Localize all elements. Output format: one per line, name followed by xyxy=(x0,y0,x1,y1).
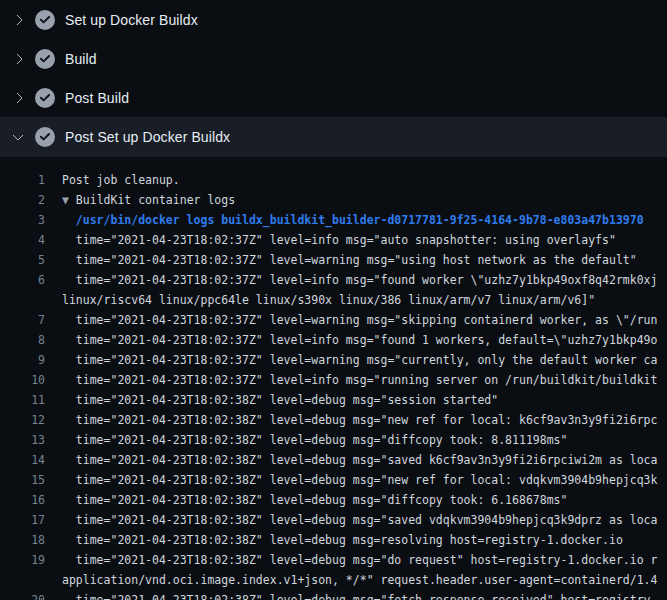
log-line-text[interactable]: ▼ BuildKit container logs xyxy=(62,193,235,207)
chevron-right-icon xyxy=(13,15,23,25)
log-line-text: Post job cleanup. xyxy=(62,173,180,187)
step-title: Set up Docker Buildx xyxy=(65,12,198,28)
log-line-text: time="2021-04-23T18:02:38Z" level=debug … xyxy=(62,493,567,507)
log-line: 1 Post job cleanup. xyxy=(0,170,667,190)
log-line: application/vnd.oci.image.index.v1+json,… xyxy=(0,570,667,590)
log-line: 16 time="2021-04-23T18:02:38Z" level=deb… xyxy=(0,490,667,510)
line-number[interactable]: 13 xyxy=(0,433,45,447)
log-panel: 1 Post job cleanup. 2 ▼ BuildKit contain… xyxy=(0,157,667,600)
line-number[interactable]: 1 xyxy=(0,173,45,187)
log-line-text: time="2021-04-23T18:02:38Z" level=debug … xyxy=(62,453,657,467)
log-line: 9 time="2021-04-23T18:02:37Z" level=warn… xyxy=(0,350,667,370)
log-line-text: time="2021-04-23T18:02:37Z" level=info m… xyxy=(62,233,616,247)
log-line: 11 time="2021-04-23T18:02:38Z" level=deb… xyxy=(0,390,667,410)
line-number[interactable]: 15 xyxy=(0,473,45,487)
log-line-text: time="2021-04-23T18:02:37Z" level=warnin… xyxy=(62,353,657,367)
log-line-text: time="2021-04-23T18:02:38Z" level=debug … xyxy=(62,593,657,600)
check-circle-icon xyxy=(35,127,55,147)
log-line-text: time="2021-04-23T18:02:38Z" level=debug … xyxy=(62,553,657,567)
step-list: Set up Docker Buildx Build Post Build Po… xyxy=(0,0,667,157)
log-line-text: /usr/bin/docker logs buildx_buildkit_bui… xyxy=(62,213,644,227)
chevron-right-icon xyxy=(13,93,23,103)
log-line: linux/riscv64 linux/ppc64le linux/s390x … xyxy=(0,290,667,310)
log-line: 10 time="2021-04-23T18:02:37Z" level=inf… xyxy=(0,370,667,390)
job-log-viewer: Set up Docker Buildx Build Post Build Po… xyxy=(0,0,667,600)
step-header-post-build[interactable]: Post Build xyxy=(0,78,667,117)
log-line-text: time="2021-04-23T18:02:37Z" level=info m… xyxy=(62,373,657,387)
log-line-text: linux/riscv64 linux/ppc64le linux/s390x … xyxy=(62,293,595,307)
log-line-text: time="2021-04-23T18:02:37Z" level=warnin… xyxy=(62,313,657,327)
step-title: Post Set up Docker Buildx xyxy=(65,129,230,145)
line-number[interactable]: 2 xyxy=(0,193,45,207)
log-line: 6 time="2021-04-23T18:02:37Z" level=info… xyxy=(0,270,667,290)
log-line: 4 time="2021-04-23T18:02:37Z" level=info… xyxy=(0,230,667,250)
line-number[interactable]: 4 xyxy=(0,233,45,247)
line-number[interactable]: 11 xyxy=(0,393,45,407)
line-number[interactable]: 7 xyxy=(0,313,45,327)
line-number[interactable]: 14 xyxy=(0,453,45,467)
line-number[interactable]: 9 xyxy=(0,353,45,367)
chevron-down-icon xyxy=(13,132,23,142)
check-circle-icon xyxy=(35,88,55,108)
log-line-text: application/vnd.oci.image.index.v1+json,… xyxy=(62,573,657,587)
log-line-text: time="2021-04-23T18:02:38Z" level=debug … xyxy=(62,433,567,447)
line-number[interactable]: 5 xyxy=(0,253,45,267)
log-group-header-line: 2 ▼ BuildKit container logs xyxy=(0,190,667,210)
log-line-text: time="2021-04-23T18:02:38Z" level=debug … xyxy=(62,473,657,487)
line-number[interactable]: 17 xyxy=(0,513,45,527)
log-line: 12 time="2021-04-23T18:02:38Z" level=deb… xyxy=(0,410,667,430)
log-line: 14 time="2021-04-23T18:02:38Z" level=deb… xyxy=(0,450,667,470)
line-number[interactable]: 12 xyxy=(0,413,45,427)
log-line-text: time="2021-04-23T18:02:38Z" level=debug … xyxy=(62,533,623,547)
log-line-text: time="2021-04-23T18:02:38Z" level=debug … xyxy=(62,513,657,527)
log-line-text: time="2021-04-23T18:02:37Z" level=info m… xyxy=(62,273,657,287)
log-line: 17 time="2021-04-23T18:02:38Z" level=deb… xyxy=(0,510,667,530)
line-number[interactable]: 10 xyxy=(0,373,45,387)
log-command-line: 3 /usr/bin/docker logs buildx_buildkit_b… xyxy=(0,210,667,230)
log-line: 13 time="2021-04-23T18:02:38Z" level=deb… xyxy=(0,430,667,450)
step-title: Build xyxy=(65,51,97,67)
line-number[interactable]: 16 xyxy=(0,493,45,507)
log-line-text: time="2021-04-23T18:02:38Z" level=debug … xyxy=(62,393,498,407)
step-header-build[interactable]: Build xyxy=(0,39,667,78)
log-line-text: time="2021-04-23T18:02:37Z" level=info m… xyxy=(62,333,657,347)
line-number[interactable]: 20 xyxy=(0,593,45,600)
log-line: 20 time="2021-04-23T18:02:38Z" level=deb… xyxy=(0,590,667,600)
line-number[interactable]: 19 xyxy=(0,553,45,567)
log-line-text: time="2021-04-23T18:02:38Z" level=debug … xyxy=(62,413,657,427)
chevron-right-icon xyxy=(13,54,23,64)
log-line-text: time="2021-04-23T18:02:37Z" level=warnin… xyxy=(62,253,637,267)
check-circle-icon xyxy=(35,49,55,69)
log-line: 5 time="2021-04-23T18:02:37Z" level=warn… xyxy=(0,250,667,270)
step-header-post-set-up-docker-buildx[interactable]: Post Set up Docker Buildx xyxy=(0,117,667,157)
check-circle-icon xyxy=(35,10,55,30)
step-title: Post Build xyxy=(65,90,129,106)
step-header-set-up-docker-buildx[interactable]: Set up Docker Buildx xyxy=(0,0,667,39)
line-number[interactable]: 3 xyxy=(0,213,45,227)
log-line: 18 time="2021-04-23T18:02:38Z" level=deb… xyxy=(0,530,667,550)
line-number[interactable]: 8 xyxy=(0,333,45,347)
line-number[interactable]: 18 xyxy=(0,533,45,547)
log-line: 19 time="2021-04-23T18:02:38Z" level=deb… xyxy=(0,550,667,570)
line-number[interactable]: 6 xyxy=(0,273,45,287)
log-line: 7 time="2021-04-23T18:02:37Z" level=warn… xyxy=(0,310,667,330)
group-collapse-triangle-icon[interactable]: ▼ xyxy=(62,193,76,207)
log-line: 8 time="2021-04-23T18:02:37Z" level=info… xyxy=(0,330,667,350)
log-line: 15 time="2021-04-23T18:02:38Z" level=deb… xyxy=(0,470,667,490)
